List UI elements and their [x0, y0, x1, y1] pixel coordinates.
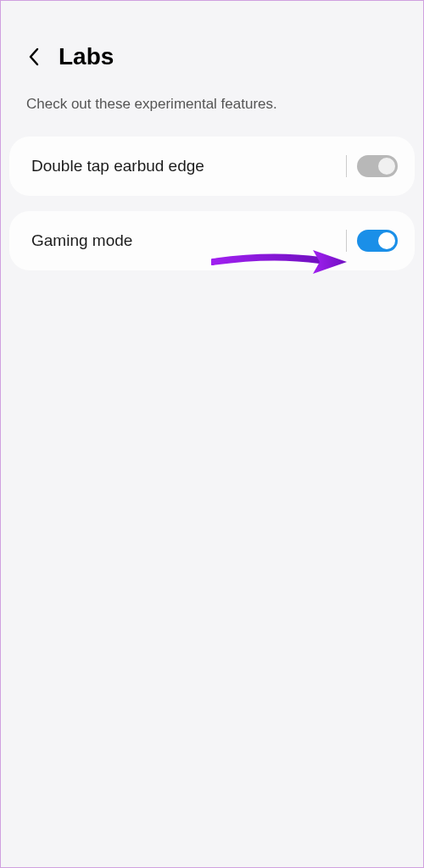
page-title: Labs: [59, 43, 114, 70]
toggle-knob: [378, 158, 395, 175]
divider: [346, 155, 347, 177]
page-subtitle: Check out these experimental features.: [1, 87, 423, 136]
toggle-group: [346, 155, 398, 177]
toggle-knob: [378, 232, 395, 249]
setting-label: Gaming mode: [31, 231, 132, 250]
back-icon[interactable]: [26, 45, 42, 69]
setting-row-gaming-mode[interactable]: Gaming mode: [9, 211, 415, 270]
header: Labs: [1, 1, 423, 87]
setting-row-double-tap[interactable]: Double tap earbud edge: [9, 136, 415, 196]
toggle-group: [346, 230, 398, 252]
setting-label: Double tap earbud edge: [31, 157, 204, 175]
toggle-double-tap[interactable]: [357, 155, 398, 177]
divider: [346, 230, 347, 252]
toggle-gaming-mode[interactable]: [357, 230, 398, 252]
